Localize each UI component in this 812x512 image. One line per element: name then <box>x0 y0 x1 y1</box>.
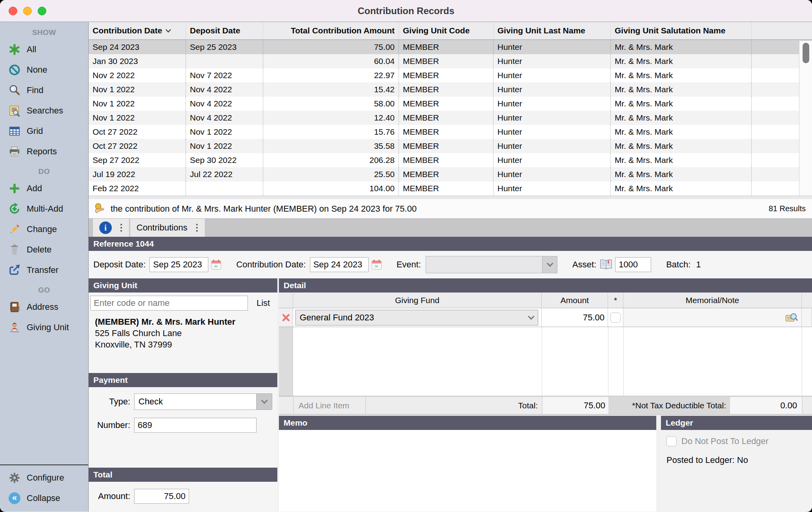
sidebar-item-collapse[interactable]: « Collapse <box>0 488 88 508</box>
zoom-button[interactable] <box>38 7 46 15</box>
table-cell <box>186 54 263 68</box>
line-item-amount[interactable]: 75.00 <box>542 308 608 327</box>
delete-line-item-button[interactable] <box>279 308 293 327</box>
table-row[interactable]: Sep 27 2022Sep 30 2022206.28MEMBERHunter… <box>89 153 812 167</box>
sidebar-item-giving-unit[interactable]: Giving Unit <box>0 317 88 338</box>
record-editor: Giving Unit List (MEMBER) Mr. & Mrs. Mar… <box>89 278 812 512</box>
column-header-total-contribution-amount[interactable]: Total Contribution Amount <box>263 22 399 39</box>
column-header-contribution-date[interactable]: Contribution Date <box>89 22 186 39</box>
info-icon[interactable]: i <box>99 221 112 234</box>
contribution-date-calendar-button[interactable] <box>371 260 382 270</box>
pencil-icon <box>8 223 21 236</box>
detail-empty-area <box>279 327 812 396</box>
tab-contributions[interactable]: Contributions <box>130 219 205 237</box>
table-cell: Feb 22 2022 <box>89 181 186 196</box>
memo-textarea[interactable] <box>279 430 656 512</box>
sidebar-item-all[interactable]: All <box>0 39 88 60</box>
sidebar-item-reports[interactable]: Reports <box>0 141 88 162</box>
table-row[interactable]: Nov 2 2022Nov 7 202222.97MEMBERHunterMr.… <box>89 68 812 82</box>
memorial-search-icon[interactable] <box>785 312 798 324</box>
table-cell: Hunter <box>493 97 611 111</box>
tab-menu-icon[interactable] <box>120 223 123 232</box>
minimize-button[interactable] <box>23 7 32 15</box>
sidebar-item-searches[interactable]: Searches <box>0 101 88 121</box>
table-cell: 58.00 <box>263 97 399 111</box>
chevron-down-icon <box>524 316 538 319</box>
sidebar-item-label: Collapse <box>27 493 60 503</box>
payment-type-select[interactable]: Check <box>134 393 272 410</box>
table-cell: Mr. & Mrs. Mark <box>611 167 752 181</box>
total-amount-input[interactable] <box>134 489 189 504</box>
sidebar-item-none[interactable]: None <box>0 60 88 80</box>
scrollbar-thumb[interactable] <box>803 43 809 63</box>
column-header-deposit-date[interactable]: Deposit Date <box>186 22 263 39</box>
payment-type-value: Check <box>135 397 256 407</box>
table-cell: Jul 22 2022 <box>186 167 263 181</box>
table-vertical-scrollbar[interactable] <box>799 41 812 196</box>
table-cell: Mr. & Mrs. Mark <box>611 153 752 167</box>
column-header-giving-unit-code[interactable]: Giving Unit Code <box>399 22 493 39</box>
table-cell: Jan 30 2023 <box>89 54 186 68</box>
table-cell: MEMBER <box>399 68 493 82</box>
sidebar-item-change[interactable]: Change <box>0 219 88 240</box>
trash-icon <box>8 243 21 256</box>
table-row[interactable]: Nov 1 2022Nov 4 202258.00MEMBERHunterMr.… <box>89 97 812 111</box>
table-horizontal-scrollbar[interactable] <box>89 196 812 199</box>
do-not-post-checkbox[interactable] <box>666 436 677 446</box>
table-cell-blank <box>752 68 799 82</box>
sidebar-item-add[interactable]: Add <box>0 178 88 199</box>
sidebar-item-transfer[interactable]: Transfer <box>0 260 88 280</box>
deposit-date-calendar-button[interactable] <box>211 260 221 270</box>
payment-type-select-button[interactable] <box>256 394 272 410</box>
window-title: Contribution Records <box>358 5 455 16</box>
sidebar-item-label: Configure <box>27 473 64 483</box>
table-row[interactable]: Oct 27 2022Nov 1 202215.76MEMBERHunterMr… <box>89 125 812 139</box>
table-cell: MEMBER <box>399 139 493 153</box>
detail-table-header: Giving Fund Amount * Memorial/Note <box>279 293 812 308</box>
table-cell: Mr. & Mrs. Mark <box>611 68 752 82</box>
sidebar-item-configure[interactable]: Configure <box>0 468 88 488</box>
sidebar-item-delete[interactable]: Delete <box>0 240 88 260</box>
multi-add-icon <box>8 202 21 216</box>
giving-fund-select[interactable]: General Fund 2023 <box>295 310 538 325</box>
table-cell: MEMBER <box>399 125 493 139</box>
table-row[interactable]: Sep 24 2023Sep 25 202375.00MEMBERHunterM… <box>89 40 812 54</box>
close-button[interactable] <box>9 7 17 15</box>
table-row[interactable]: Nov 1 2022Nov 4 202212.40MEMBERHunterMr.… <box>89 111 812 125</box>
table-row[interactable]: Jul 19 2022Jul 22 202225.50MEMBERHunterM… <box>89 167 812 181</box>
contribution-date-input[interactable] <box>310 257 369 272</box>
event-select[interactable] <box>426 256 557 273</box>
table-cell: Hunter <box>493 167 611 181</box>
payment-number-input[interactable] <box>134 418 257 433</box>
payment-type-label: Type: <box>89 397 130 407</box>
sidebar-item-find[interactable]: Find <box>0 80 88 101</box>
sidebar-item-multi-add[interactable]: Multi-Add <box>0 199 88 219</box>
table-cell: Mr. & Mrs. Mark <box>611 97 752 111</box>
ledger-header: Ledger <box>661 416 812 430</box>
table-row[interactable]: Feb 22 2022104.00MEMBERHunterMr. & Mrs. … <box>89 181 812 196</box>
sidebar-item-grid[interactable]: Grid <box>0 121 88 141</box>
list-button[interactable]: List <box>254 298 272 309</box>
table-row[interactable]: Nov 1 2022Nov 4 202215.42MEMBERHunterMr.… <box>89 82 812 97</box>
memorial-note-cell[interactable] <box>623 308 802 327</box>
table-cell-blank <box>752 181 799 196</box>
column-header-giving-unit-last-name[interactable]: Giving Unit Last Name <box>493 22 611 39</box>
table-row[interactable]: Oct 27 2022Nov 1 202235.58MEMBERHunterMr… <box>89 139 812 153</box>
column-header-giving-unit-salutation-name[interactable]: Giving Unit Salutation Name <box>611 22 752 39</box>
contribution-date-label: Contribution Date: <box>236 260 306 270</box>
asset-input[interactable] <box>615 257 651 272</box>
tab-menu-icon[interactable] <box>195 223 198 232</box>
table-cell: Hunter <box>493 111 611 125</box>
sidebar-item-address[interactable]: Address <box>0 297 88 317</box>
giving-unit-search-input[interactable] <box>90 296 248 311</box>
ledger-book-icon[interactable] <box>599 258 613 271</box>
deposit-date-input[interactable] <box>149 257 208 272</box>
table-row[interactable]: Jan 30 202360.04MEMBERHunterMr. & Mrs. M… <box>89 54 812 68</box>
info-tab[interactable]: i <box>93 219 129 237</box>
not-tax-deductible-checkbox[interactable] <box>610 313 621 323</box>
event-select-button[interactable] <box>542 256 557 273</box>
add-line-item-button[interactable]: Add Line Item <box>294 397 365 414</box>
table-cell: Nov 4 2022 <box>186 82 263 97</box>
reference-header: Reference 1044 <box>89 237 812 251</box>
sidebar-item-label: None <box>27 65 47 75</box>
